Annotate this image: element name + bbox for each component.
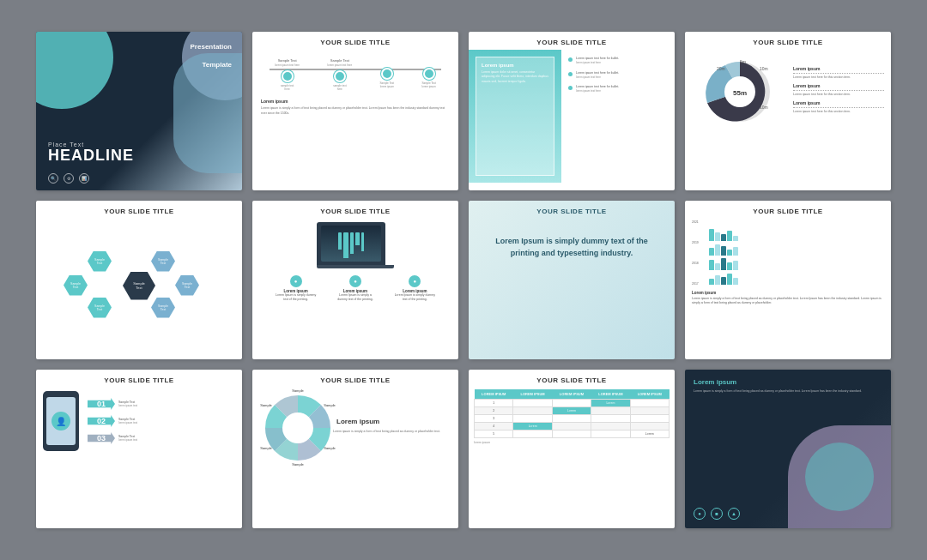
cell	[513, 431, 552, 438]
shape-teal-12	[805, 443, 874, 511]
timeline-node-1: Sample Textlorem ipsum text here sample …	[275, 58, 300, 92]
hex-4: SampleText	[175, 275, 199, 296]
icon-circle-3: ●	[409, 275, 421, 287]
bar-seg	[715, 244, 720, 256]
cell	[552, 400, 591, 407]
bottom-icon-1: ●	[694, 508, 706, 520]
laptop-body	[317, 222, 385, 265]
hex-3: SampleText	[64, 275, 88, 296]
col-header-5: LOREM IPSUM	[630, 389, 669, 400]
info-item-1: Lorem ipsum Lorem ipsum text here for th…	[793, 66, 884, 80]
table-row: 2 Lorem	[475, 407, 670, 415]
info-line-2	[793, 90, 884, 91]
slide-8[interactable]: YOUR SLIDE TITLE 2021 2019 2018 2017	[685, 201, 891, 359]
slide-2-title: YOUR SLIDE TITLE	[252, 32, 458, 50]
bar-seg	[733, 247, 738, 256]
slide-6[interactable]: YOUR SLIDE TITLE	[252, 201, 458, 359]
slide-4-content: 55m 20m 10m 10m 5m Lorem ipsum Lorem ips…	[685, 50, 891, 134]
bar-row-2	[709, 244, 884, 256]
slide-9[interactable]: YOUR SLIDE TITLE 👤 01 Sample Textlorem i…	[36, 370, 242, 528]
city-skyline	[338, 232, 364, 258]
slide-12[interactable]: Lorem ipsum Lorem ipsum is simply a form…	[685, 370, 891, 528]
data-table: LOREM IPSUM LOREM IPSUM LOREM IPSUM LORE…	[474, 389, 670, 438]
cell: 5	[475, 431, 513, 438]
slide-11[interactable]: YOUR SLIDE TITLE LOREM IPSUM LOREM IPSUM…	[469, 370, 675, 528]
bar-seg	[727, 250, 732, 256]
info-label-1: Lorem ipsum	[793, 66, 884, 71]
info-text-1: Lorem ipsum text here for this section i…	[793, 75, 884, 80]
bullet-2: Lorem ipsum text here for bullet.lorem i…	[568, 71, 668, 81]
bottom-icons: ● ■ ▲	[694, 508, 740, 520]
svg-text:5m: 5m	[740, 59, 746, 64]
cell	[630, 407, 669, 415]
cell	[591, 423, 630, 431]
node-text-bottom-2: sample texthere	[333, 85, 346, 92]
table-row: 3	[475, 415, 670, 423]
info-line-3	[793, 107, 884, 108]
slide-5-title: YOUR SLIDE TITLE	[36, 201, 242, 219]
slide-10-content: Sample Sample Sample Sample Sample Sampl…	[252, 388, 458, 460]
bar-group-3	[709, 258, 738, 270]
cell	[591, 407, 630, 415]
slide-4[interactable]: YOUR SLIDE TITLE 55m 20m 10m	[685, 32, 891, 190]
info-text-3: Lorem ipsum text here for this section i…	[793, 110, 884, 114]
laptop-screen	[321, 226, 381, 262]
svg-text:20m: 20m	[717, 66, 725, 71]
cell: Lorem	[630, 431, 669, 438]
icon-item-3: ● Lorem ipsum Lorem Ipsum is simply dumm…	[393, 275, 436, 301]
laptop-wrapper	[317, 222, 394, 268]
slide-4-title: YOUR SLIDE TITLE	[685, 32, 891, 50]
table-row: 1 Lorem	[475, 400, 670, 407]
cell-highlighted: Lorem	[552, 407, 591, 415]
svg-text:10m: 10m	[760, 105, 768, 110]
cell: 2	[475, 407, 513, 415]
table-header-row: LOREM IPSUM LOREM IPSUM LOREM IPSUM LORE…	[475, 389, 670, 400]
node-text-bottom-1: sample texthere	[281, 85, 294, 92]
phone-body: 👤	[43, 391, 79, 451]
svg-text:Sample: Sample	[292, 389, 304, 393]
slide-5[interactable]: YOUR SLIDE TITLE SampleText SampleText S…	[36, 201, 242, 359]
slide-10[interactable]: YOUR SLIDE TITLE	[252, 370, 458, 528]
bar-seg	[709, 229, 714, 241]
svg-text:Sample: Sample	[324, 403, 336, 407]
info-label-2: Lorem ipsum	[793, 83, 884, 88]
bar-seg	[709, 248, 714, 256]
bar-seg	[721, 234, 726, 241]
icon-circle-2: ●	[349, 275, 361, 287]
step-text-3: Sample Textlorem ipsum text	[118, 435, 137, 442]
svg-text:Sample: Sample	[292, 462, 304, 467]
dark-cover-body: Lorem ipsum is simply a form of text bei…	[685, 389, 891, 394]
bullet-1: Lorem ipsum text here for bullet.lorem i…	[568, 57, 668, 66]
col-header-4: LOREM IPSUM	[591, 389, 630, 400]
pie-chart: 55m 20m 10m 10m 5m	[701, 53, 779, 130]
hex-area: SampleText SampleText SampleText SampleT…	[36, 219, 242, 352]
bar-seg	[733, 261, 738, 270]
right-panel: Lorem ipsum text here for bullet.lorem i…	[561, 50, 675, 183]
wheel-svg: Sample Sample Sample Sample Sample Sampl…	[259, 389, 336, 467]
settings-icon: ⚙	[64, 173, 74, 184]
bar-seg	[715, 263, 720, 270]
slide-7[interactable]: YOUR SLIDE TITLE Lorem Ipsum is simply d…	[469, 201, 675, 359]
timeline-node-3: x Sample Textlorem ipsum	[380, 61, 394, 89]
cell-highlighted: Lorem	[591, 400, 630, 407]
node-text-top-1: Sample Textlorem ipsum text here	[275, 58, 300, 68]
table-footer: lorem ipsum	[474, 441, 670, 444]
step-row-3: 03 Sample Textlorem ipsum text	[88, 432, 137, 444]
step-text-1: Sample Textlorem ipsum text	[118, 400, 137, 407]
icon-circle-1: ●	[290, 275, 302, 287]
col-header-1: LOREM IPSUM	[475, 389, 513, 400]
bottom-icon-3: ▲	[728, 508, 740, 520]
cover-icons: 🔍 ⚙ 📊	[48, 173, 89, 184]
cell	[513, 415, 552, 423]
svg-text:10m: 10m	[760, 66, 768, 71]
bar-seg	[727, 262, 732, 270]
chart-area: 2021 2019 2018 2017	[685, 219, 891, 287]
bar-seg	[715, 275, 720, 285]
slide-3[interactable]: YOUR SLIDE TITLE Lorem ipsum Lorem ipsum…	[469, 32, 675, 190]
slide-1[interactable]: Presentation Template Place Text HEADLIN…	[36, 32, 242, 190]
cell: 4	[475, 423, 513, 431]
cell	[552, 415, 591, 423]
slide-2[interactable]: YOUR SLIDE TITLE Sample Textlorem ipsum …	[252, 32, 458, 190]
bar-seg	[709, 260, 714, 270]
cell	[591, 431, 630, 438]
